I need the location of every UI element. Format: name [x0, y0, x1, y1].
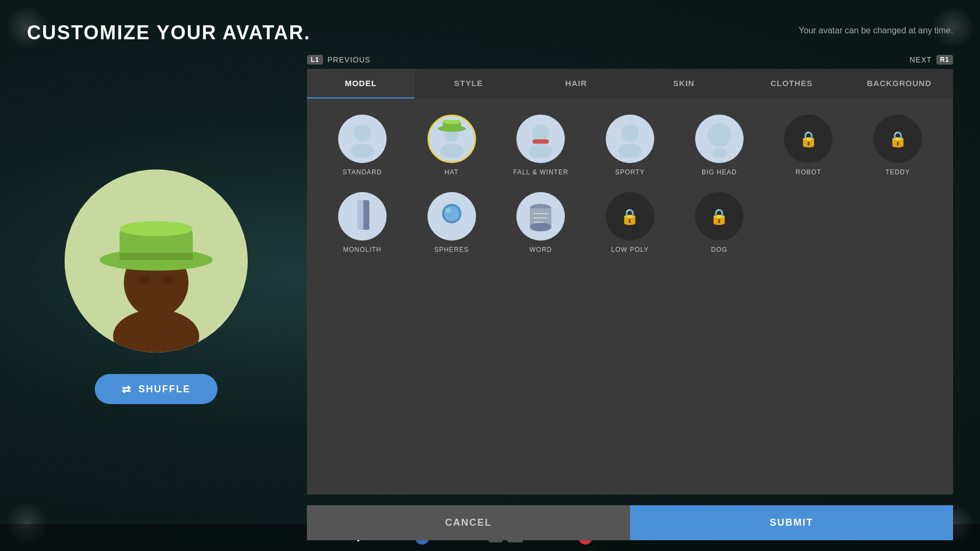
- svg-point-32: [530, 223, 551, 231]
- model-label-big-head: BIG HEAD: [702, 168, 737, 176]
- page-title: CUSTOMIZE YOUR AVATAR.: [27, 22, 311, 44]
- svg-rect-26: [358, 200, 363, 230]
- model-icon-monolith: [338, 192, 387, 241]
- lock-icon-dog: 🔒: [710, 208, 729, 225]
- model-item-word[interactable]: WORD: [501, 192, 580, 253]
- model-icon-fall-winter: [516, 115, 565, 163]
- model-label-robot: ROBOT: [796, 168, 822, 176]
- svg-point-20: [529, 144, 552, 158]
- model-label-standard: STANDARD: [342, 168, 382, 176]
- cancel-button[interactable]: CANCEL: [307, 505, 630, 540]
- model-item-sporty[interactable]: SPORTY: [591, 115, 669, 176]
- model-icon-spheres: [428, 192, 476, 241]
- avatar-section: ⇄ SHUFFLE: [27, 55, 285, 540]
- model-icon-sporty: [606, 115, 654, 163]
- model-icon-robot: 🔒: [784, 115, 832, 163]
- shuffle-icon: ⇄: [122, 383, 132, 395]
- lock-icon-robot: 🔒: [799, 130, 818, 148]
- model-grid: STANDARD: [323, 115, 937, 253]
- svg-point-23: [708, 123, 731, 147]
- model-item-monolith[interactable]: MONOLITH: [323, 192, 402, 253]
- model-label-monolith: MONOLITH: [343, 246, 381, 253]
- avatar-preview: [65, 169, 248, 352]
- submit-button[interactable]: SUBMIT: [630, 505, 953, 540]
- model-item-big-head[interactable]: BIG HEAD: [680, 115, 759, 176]
- previous-label: PREVIOUS: [327, 55, 370, 64]
- nav-next[interactable]: NEXT R1: [909, 55, 953, 65]
- svg-point-12: [351, 144, 374, 158]
- svg-point-9: [138, 276, 151, 284]
- panel-content: STANDARD: [307, 98, 953, 495]
- model-item-teddy[interactable]: 🔒 TEDDY: [858, 115, 937, 176]
- model-icon-dog: 🔒: [695, 192, 744, 241]
- tab-background[interactable]: BACKGROUND: [845, 69, 953, 98]
- model-label-spheres: SPHERES: [434, 246, 468, 253]
- tab-model[interactable]: MODEL: [307, 69, 415, 98]
- shuffle-label: SHUFFLE: [138, 384, 191, 395]
- model-icon-hat: [428, 115, 476, 163]
- svg-point-10: [162, 276, 174, 284]
- model-label-teddy: TEDDY: [885, 168, 910, 176]
- tab-bar: MODEL STYLE HAIR SKIN CLOTHES BACKGROUND: [307, 69, 953, 98]
- model-label-word: WORD: [529, 246, 552, 253]
- svg-rect-19: [533, 139, 549, 144]
- svg-rect-8: [120, 253, 193, 260]
- svg-point-18: [532, 124, 549, 142]
- model-icon-teddy: 🔒: [873, 115, 922, 163]
- model-label-dog: DOG: [711, 246, 727, 253]
- nav-bar: L1 PREVIOUS NEXT R1: [307, 55, 953, 65]
- svg-point-7: [120, 221, 193, 236]
- model-item-standard[interactable]: STANDARD: [323, 115, 402, 176]
- model-item-hat[interactable]: HAT: [412, 115, 491, 176]
- tab-style[interactable]: STYLE: [415, 69, 522, 98]
- next-label: NEXT: [909, 55, 932, 64]
- r1-button: R1: [936, 55, 953, 65]
- svg-point-11: [354, 124, 371, 142]
- model-item-dog[interactable]: 🔒 DOG: [680, 192, 759, 253]
- model-icon-word: [516, 192, 565, 241]
- model-item-spheres[interactable]: SPHERES: [412, 192, 491, 253]
- model-label-fall-winter: FALL & WINTER: [513, 168, 569, 176]
- header: CUSTOMIZE YOUR AVATAR. Your avatar can b…: [27, 22, 953, 44]
- panel-section: L1 PREVIOUS NEXT R1 MODEL STYLE HAIR SKI…: [307, 55, 953, 540]
- model-icon-standard: [338, 115, 387, 163]
- svg-point-22: [618, 144, 642, 158]
- l1-button: L1: [307, 55, 323, 65]
- model-icon-big-head: [695, 115, 744, 163]
- tab-skin[interactable]: SKIN: [630, 69, 738, 98]
- model-icon-low-poly: 🔒: [606, 192, 654, 241]
- model-item-fall-winter[interactable]: FALL & WINTER: [501, 115, 580, 176]
- svg-point-24: [712, 148, 727, 158]
- tab-hair[interactable]: HAIR: [522, 69, 630, 98]
- lock-icon-teddy: 🔒: [888, 130, 907, 148]
- model-item-robot[interactable]: 🔒 ROBOT: [769, 115, 848, 176]
- content-area: ⇄ SHUFFLE L1 PREVIOUS NEXT R1 MODEL STYL…: [27, 55, 953, 540]
- header-hint: Your avatar can be changed at any time.: [799, 26, 953, 36]
- nav-previous[interactable]: L1 PREVIOUS: [307, 55, 370, 65]
- shuffle-button[interactable]: ⇄ SHUFFLE: [95, 374, 218, 404]
- svg-point-29: [445, 208, 451, 213]
- svg-point-17: [440, 144, 464, 158]
- model-item-low-poly[interactable]: 🔒 LOW POLY: [591, 192, 669, 253]
- svg-point-21: [621, 124, 639, 142]
- model-label-low-poly: LOW POLY: [611, 246, 649, 253]
- model-label-hat: HAT: [445, 168, 459, 176]
- bottom-bar: CANCEL SUBMIT: [307, 495, 953, 540]
- tab-clothes[interactable]: CLOTHES: [738, 69, 845, 98]
- model-label-sporty: SPORTY: [615, 168, 645, 176]
- lock-icon-low-poly: 🔒: [620, 208, 639, 225]
